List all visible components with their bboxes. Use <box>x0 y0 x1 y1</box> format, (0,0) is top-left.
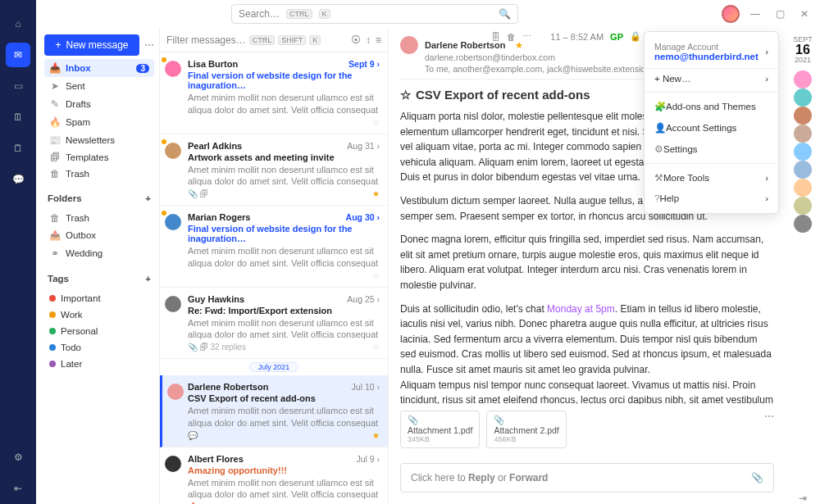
contact-avatar[interactable] <box>794 143 812 161</box>
tag-later[interactable]: Later <box>44 356 154 372</box>
folder-spam[interactable]: 🔥Spam <box>44 113 154 131</box>
contact-avatar[interactable] <box>794 179 812 197</box>
contact-avatar[interactable] <box>794 215 812 233</box>
filter-input[interactable]: Filter messages… CTRL SHIFT K <box>166 34 346 46</box>
contact-avatar[interactable] <box>794 161 812 179</box>
reply-box[interactable]: Click here to Reply or Forward 📎 <box>400 463 774 493</box>
folder-newsletters[interactable]: 📰Newsletters <box>44 131 154 149</box>
today-date[interactable]: SEPT 16 2021 <box>793 36 813 64</box>
folder-pane: + New message ⋯ 📥Inbox3➤Sent✎Drafts🔥Spam… <box>36 28 159 504</box>
gp-badge: GP <box>610 32 623 42</box>
settings-icon[interactable]: ⚙ <box>6 445 30 470</box>
folder-drafts[interactable]: ✎Drafts <box>44 95 154 113</box>
mail-icon[interactable]: ✉ <box>6 43 30 67</box>
add-tag-icon[interactable]: + <box>145 274 151 284</box>
menu-account-label: Manage Account <box>654 42 758 52</box>
month-divider: July 2021 <box>249 362 298 372</box>
new-message-button[interactable]: + New message <box>44 34 139 56</box>
reader-datetime: 11 – 8:52 AM <box>538 32 604 42</box>
menu-addons[interactable]: 🧩Add-ons and Themes <box>645 96 778 117</box>
archive-icon[interactable]: 🗄 <box>491 32 500 42</box>
contact-avatar[interactable] <box>794 197 812 215</box>
contact-avatar[interactable] <box>794 70 812 89</box>
tag-work[interactable]: Work <box>44 306 154 323</box>
kbd-k: K <box>319 9 330 19</box>
search-placeholder: Search… <box>239 8 280 20</box>
expand-icon[interactable]: ⇥ <box>799 493 807 504</box>
plus-icon: + <box>55 39 61 51</box>
addressbook-icon[interactable]: ▭ <box>6 74 30 98</box>
tasks-icon[interactable]: 🗒 <box>6 136 30 161</box>
add-folder-icon[interactable]: + <box>145 193 151 203</box>
folder-trash[interactable]: 🗑Trash <box>44 166 154 182</box>
menu-more-tools[interactable]: ⚒More Tools› <box>645 167 778 188</box>
today-pane: SEPT 16 2021 ⇥ <box>786 28 820 504</box>
message-item[interactable]: Pearl AdkinsAug 31 ›Artwork assets and m… <box>160 134 388 207</box>
reader-pane: Darlene Robertson ★ darlene.robertson@ti… <box>389 28 786 504</box>
encrypted-icon: 🔒 <box>630 31 641 42</box>
menu-account-email[interactable]: nemo@thunderbird.net <box>654 52 758 61</box>
inline-link[interactable]: Monday at 5pm <box>547 303 615 315</box>
calendar-icon[interactable]: 🗓 <box>6 105 30 129</box>
more-icon[interactable]: ⋯ <box>144 39 154 51</box>
search-icon: 🔍 <box>499 8 511 20</box>
attach-icon[interactable]: 📎 <box>751 472 763 484</box>
home-icon[interactable]: ⌂ <box>6 11 30 36</box>
account-avatar[interactable] <box>722 5 740 23</box>
window-minimize-icon[interactable]: — <box>746 8 764 20</box>
tag-personal[interactable]: Personal <box>44 323 154 339</box>
message-item[interactable]: Marian RogersAug 30 ›Final version of we… <box>160 206 388 288</box>
chevron-right-icon[interactable]: › <box>765 47 768 57</box>
kbd-ctrl: CTRL <box>286 9 312 19</box>
message-list: Filter messages… CTRL SHIFT K ⦿ ↕︎ ≡ Lis… <box>159 28 389 504</box>
chevron-right-icon: › <box>765 193 768 203</box>
folders-heading: Folders <box>48 193 82 203</box>
menu-settings[interactable]: ⚙Settings <box>645 138 778 160</box>
contact-avatar[interactable] <box>794 89 812 107</box>
folder-wedding[interactable]: ⚭Wedding <box>44 244 154 262</box>
message-item[interactable]: Lisa BurtonSept 9 ›Final version of webs… <box>160 52 388 134</box>
folder-inbox[interactable]: 📥Inbox3 <box>44 59 154 77</box>
menu-help[interactable]: ?Help› <box>645 188 778 208</box>
window-maximize-icon[interactable]: ▢ <box>771 8 789 20</box>
reader-subject: CSV Export of recent add-ons <box>416 88 590 102</box>
trash-icon[interactable]: 🗑 <box>507 32 516 42</box>
chevron-right-icon: › <box>765 74 768 84</box>
folder-trash[interactable]: 🗑Trash <box>44 210 154 226</box>
star-outline-icon[interactable]: ☆ <box>400 88 411 102</box>
message-item[interactable]: Guy HawkinsAug 25 ›Re: Fwd: Import/Expor… <box>160 288 388 360</box>
collapse-icon[interactable]: ⇤ <box>6 476 30 501</box>
contact-avatar[interactable] <box>794 107 812 125</box>
sort-icon[interactable]: ↕︎ <box>366 34 371 46</box>
contact-avatar[interactable] <box>794 125 812 143</box>
folder-templates[interactable]: 🗐Templates <box>44 149 154 166</box>
folder-outbox[interactable]: 📤Outbox <box>44 226 154 244</box>
menu-account-settings[interactable]: 👤Account Settings <box>645 117 778 138</box>
tag-important[interactable]: Important <box>44 290 154 306</box>
left-rail: ⌂ ✉ ▭ 🗓 🗒 💬 ⚙ ⇤ <box>0 0 36 504</box>
view-options-icon[interactable]: ≡ <box>376 34 381 46</box>
window-close-icon[interactable]: ✕ <box>795 8 813 20</box>
tag-todo[interactable]: Todo <box>44 339 154 356</box>
filter-placeholder: Filter messages… <box>166 34 246 46</box>
global-search[interactable]: Search… CTRL K 🔍 <box>231 4 518 24</box>
attachment-more-icon[interactable]: ⋯ <box>764 411 774 448</box>
attachment-chip[interactable]: 📎 Attachment 2.pdf456KB <box>486 411 566 448</box>
chevron-right-icon: › <box>765 173 768 183</box>
new-message-label: New message <box>66 39 128 51</box>
message-item[interactable]: Albert FloresJul 9 ›Amazing opportunity!… <box>160 447 388 505</box>
app-menu: Manage Account nemo@thunderbird.net › + … <box>644 31 779 214</box>
topbar: Search… CTRL K 🔍 — ▢ ✕ <box>36 0 820 28</box>
message-item[interactable]: Darlene RobertsonJul 10 ›CSV Export of r… <box>160 375 388 447</box>
folder-sent[interactable]: ➤Sent <box>44 77 154 95</box>
menu-new[interactable]: + New…› <box>645 69 778 89</box>
chat-icon[interactable]: 💬 <box>6 167 30 192</box>
tags-heading: Tags <box>48 274 69 284</box>
more-icon[interactable]: ⋯ <box>522 31 531 42</box>
quickfilter-icon[interactable]: ⦿ <box>351 34 361 46</box>
attachment-chip[interactable]: 📎 Attachment 1.pdf345KB <box>400 411 480 448</box>
